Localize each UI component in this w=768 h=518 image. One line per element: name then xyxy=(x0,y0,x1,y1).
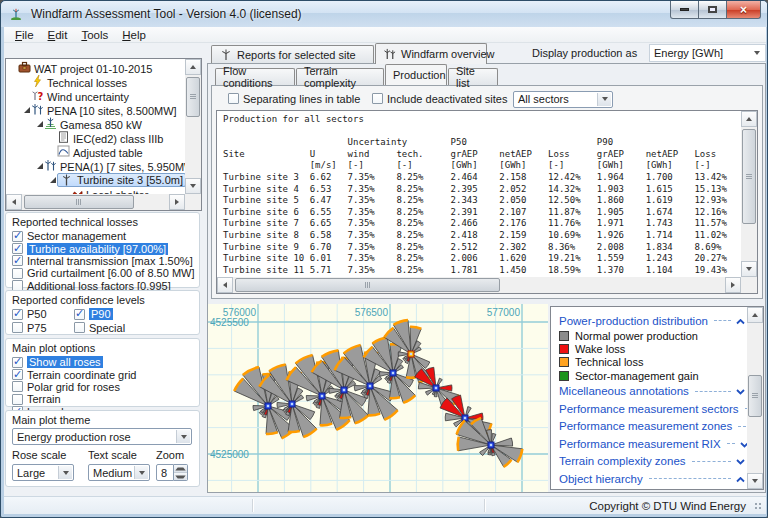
sector-filter-select[interactable]: All sectors xyxy=(513,91,613,108)
chevron-up-icon[interactable] xyxy=(736,315,745,327)
scroll-down-button[interactable] xyxy=(747,473,763,489)
spin-up-button[interactable] xyxy=(174,465,187,472)
minimize-icon xyxy=(680,8,689,11)
chevron-down-icon[interactable] xyxy=(736,385,745,397)
report-vertical-scrollbar[interactable] xyxy=(741,111,757,277)
close-button[interactable]: × xyxy=(726,1,761,19)
checkbox-label: P50 xyxy=(27,308,47,320)
tree-item[interactable]: IEC(ed2) class IIIb xyxy=(6,131,185,145)
confidence-checkbox-p90[interactable]: P90 xyxy=(74,308,193,320)
scroll-left-button[interactable] xyxy=(217,277,233,293)
chevron-down-icon[interactable] xyxy=(736,455,745,467)
text-scale-select[interactable]: Medium xyxy=(88,464,150,481)
tab-windfarm-overview[interactable]: Windfarm overview xyxy=(375,43,487,64)
report-horizontal-scrollbar[interactable] xyxy=(217,277,741,293)
tree-item[interactable]: PENA [10 sites, 8.500MW] xyxy=(6,103,185,117)
legend-scrollbar[interactable] xyxy=(747,307,763,489)
loss-checkbox-sector-management[interactable]: Sector management xyxy=(12,230,193,242)
title-bar[interactable]: Windfarm Assessment Tool - Version 4.0 (… xyxy=(1,1,768,27)
maximize-button[interactable] xyxy=(698,1,727,19)
tab-reports-for-selected-site[interactable]: Reports for selected site xyxy=(211,45,374,63)
tab-flow-conditions[interactable]: Flow conditions xyxy=(215,68,295,85)
tab-site-list[interactable]: Site list xyxy=(448,68,498,85)
tree-item-label: IEC(ed2) class IIIb xyxy=(73,133,163,145)
menu-item-edit[interactable]: Edit xyxy=(41,28,75,42)
plot-option-checkbox-polar-grid-for-roses[interactable]: Polar grid for roses xyxy=(12,381,193,393)
tree-item[interactable]: PENA(1) [7 sites, 5.950MW] xyxy=(6,159,185,173)
tree-vertical-scrollbar[interactable] xyxy=(185,59,201,194)
scroll-down-button[interactable] xyxy=(185,178,201,194)
document-icon xyxy=(57,133,70,145)
zoom-value[interactable]: 8 xyxy=(156,464,174,481)
chevron-up-icon[interactable] xyxy=(736,473,745,485)
confidence-checkbox-p75[interactable]: P75 xyxy=(12,321,74,333)
scroll-left-button[interactable] xyxy=(6,194,22,210)
group-plot-theme: Main plot theme Energy production rose R… xyxy=(5,410,200,487)
report-hscroll-thumb[interactable] xyxy=(235,278,500,292)
expander-icon[interactable] xyxy=(22,107,31,113)
tree-horizontal-scrollbar[interactable] xyxy=(6,194,185,210)
menu-item-tools[interactable]: Tools xyxy=(74,28,115,42)
curve-icon xyxy=(57,147,70,159)
expander-icon[interactable] xyxy=(35,121,44,127)
production-rose-map[interactable]: 57600057650057700045255004525000 xyxy=(208,304,548,492)
tree-item[interactable]: ?Wind uncertainty xyxy=(6,89,185,103)
plot-option-checkbox-terrain[interactable]: Terrain xyxy=(12,393,193,405)
scroll-right-button[interactable] xyxy=(725,277,741,293)
confidence-checkbox-special[interactable]: Special xyxy=(74,321,193,333)
tree-item[interactable]: Gamesa 850 kW xyxy=(6,117,185,131)
expander-icon[interactable] xyxy=(35,163,44,169)
production-report-pane[interactable]: Production for all sectors Uncertainty P… xyxy=(216,110,758,294)
expander-icon[interactable] xyxy=(48,177,57,183)
scroll-down-button[interactable] xyxy=(741,261,757,277)
loss-checkbox-grid-curtailment-6-00-of-8-50-mw[interactable]: Grid curtailment [6.00 of 8.50 MW] xyxy=(12,267,193,279)
legend-scroll-thumb[interactable] xyxy=(748,375,762,417)
separating-lines-checkbox[interactable]: Separating lines in table xyxy=(228,93,360,105)
report-vscroll-thumb[interactable] xyxy=(742,129,756,224)
plot-option-checkbox-terrain-coordinate-grid[interactable]: Terrain coordinate grid xyxy=(12,368,193,380)
loss-checkbox-internal-transmission-max-1-50[interactable]: Internal transmission [max 1.50%] xyxy=(12,255,193,267)
resize-grip[interactable] xyxy=(753,501,763,511)
checkbox-label: Special xyxy=(89,322,125,334)
legend-section-performance-measurement-rix[interactable]: Performance measurement RIX xyxy=(559,435,745,453)
legend-section-terrain-complexity-zones[interactable]: Terrain complexity zones xyxy=(559,452,745,470)
scroll-up-button[interactable] xyxy=(185,59,201,75)
lightning-icon xyxy=(31,77,44,89)
loss-checkbox-turbine-availability-97-00[interactable]: Turbine availability [97.00%] xyxy=(12,242,193,254)
legend-section-power-production-distribution[interactable]: Power-production distribution xyxy=(559,312,745,330)
tree-item[interactable]: Technical losses xyxy=(6,75,185,89)
chevron-down-icon[interactable] xyxy=(740,438,747,450)
tree-item[interactable]: Local shelter xyxy=(6,187,185,194)
map-canvas[interactable]: 57600057650057700045255004525000 xyxy=(208,304,548,492)
legend-section-performance-measurement-sectors[interactable]: Performance measurement sectors xyxy=(559,400,745,418)
tree-item[interactable]: WAT project 01-10-2015 xyxy=(6,61,185,75)
scroll-right-button[interactable] xyxy=(169,194,185,210)
confidence-checkbox-p50[interactable]: P50 xyxy=(12,308,74,320)
include-deactivated-checkbox[interactable]: Include deactivated sites xyxy=(372,93,507,105)
tree-item[interactable]: Turbine site 3 [55.0m] xyxy=(6,173,185,187)
tab-production[interactable]: Production xyxy=(385,64,447,85)
display-production-select[interactable]: Energy [GWh] xyxy=(649,44,766,62)
legend-section-performance-measurement-zones[interactable]: Performance measurement zones xyxy=(559,417,745,435)
tree-item[interactable]: Adjusted table xyxy=(6,145,185,159)
menu-item-help[interactable]: Help xyxy=(115,28,153,42)
legend-section-object-hierarchy[interactable]: Object hierarchy xyxy=(559,470,745,488)
plot-theme-select[interactable]: Energy production rose xyxy=(12,428,192,445)
menu-item-file[interactable]: File xyxy=(8,28,41,42)
tab-terrain-complexity[interactable]: Terrain complexity xyxy=(296,68,384,85)
rose-scale-select[interactable]: Large xyxy=(12,464,74,481)
scroll-up-button[interactable] xyxy=(741,111,757,127)
tree-hscroll-thumb[interactable] xyxy=(24,195,134,209)
checkbox-label: Sector management xyxy=(27,230,126,242)
chevron-down-icon xyxy=(58,466,72,479)
scroll-up-button[interactable] xyxy=(747,307,763,323)
spin-down-button[interactable] xyxy=(174,472,187,480)
zoom-stepper[interactable]: 8 xyxy=(156,464,188,481)
minimize-button[interactable] xyxy=(670,1,699,19)
turbine-icon xyxy=(219,49,233,61)
project-tree[interactable]: WAT project 01-10-2015Technical losses?W… xyxy=(5,58,202,211)
legend-dash-line xyxy=(692,461,731,462)
legend-section-micellaneous-annotations[interactable]: Micellaneous annotations xyxy=(559,382,745,400)
plot-option-checkbox-show-all-roses[interactable]: Show all roses xyxy=(12,356,193,368)
tree-vscroll-thumb[interactable] xyxy=(186,77,200,117)
